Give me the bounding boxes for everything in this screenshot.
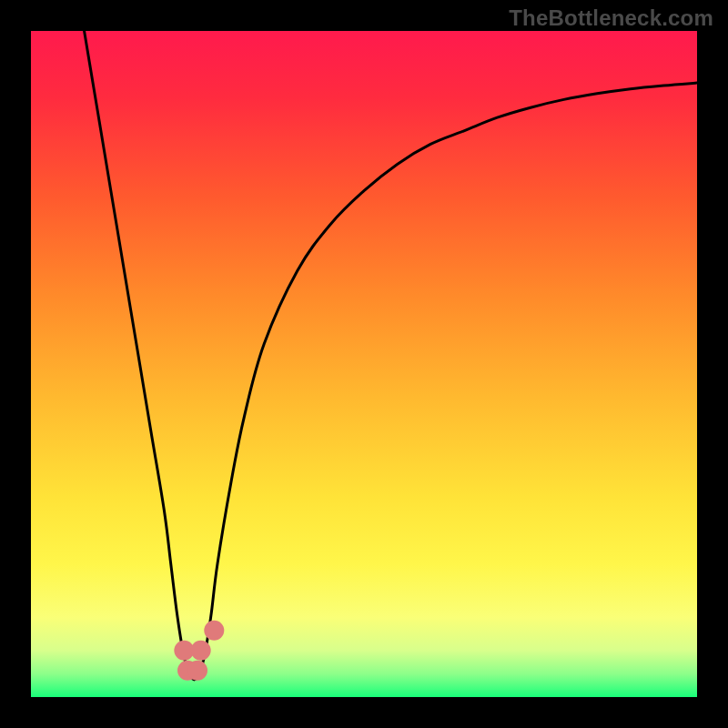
gradient-background	[31, 31, 697, 697]
data-marker	[191, 641, 211, 661]
data-marker	[204, 621, 224, 641]
chart-frame: TheBottleneck.com	[0, 0, 728, 728]
data-marker	[187, 661, 207, 681]
watermark-text: TheBottleneck.com	[509, 5, 713, 31]
plot-area	[31, 31, 697, 697]
bottleneck-chart	[31, 31, 697, 697]
